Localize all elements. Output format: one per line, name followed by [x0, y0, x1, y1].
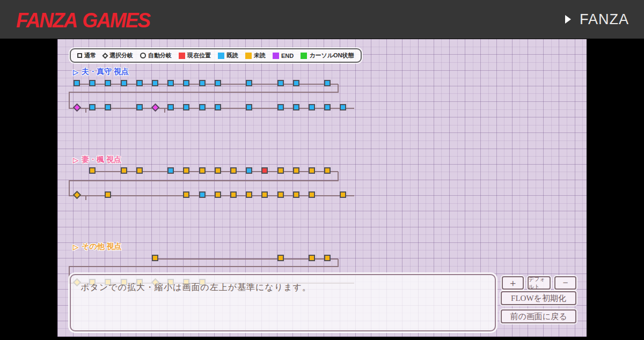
flow-node-unread[interactable] [277, 167, 284, 174]
section-label-text: その他 視点 [82, 242, 122, 252]
site-header: FANZAGAMES FANZA [0, 0, 644, 39]
zoom-default-button[interactable]: デフォルト [528, 276, 551, 290]
connector-line [85, 108, 86, 113]
flow-node-read[interactable] [340, 104, 346, 110]
flow-node-unread[interactable] [293, 167, 299, 174]
end-icon [273, 53, 279, 59]
flow-node-read[interactable] [121, 80, 127, 86]
flowchart-screen: 通常選択分岐自動分岐現在位置既読未読ENDカーソルON状態 ▷夫・真守 視点▷妻… [57, 39, 587, 337]
flow-node-read[interactable] [136, 80, 143, 86]
connector-line [69, 266, 339, 267]
back-button[interactable]: 前の画面に戻る [501, 309, 576, 323]
connector-line [338, 84, 339, 92]
flow-node-read[interactable] [167, 80, 174, 86]
flow-node-read[interactable] [246, 167, 252, 174]
flow-node-unread-branch[interactable] [72, 190, 81, 199]
flow-node-unread[interactable] [215, 167, 221, 174]
header-right-group[interactable]: FANZA [565, 0, 629, 39]
zoom-in-button[interactable]: ＋ [502, 276, 524, 290]
header-fanza-label: FANZA [580, 11, 629, 28]
flow-node-read[interactable] [167, 104, 174, 110]
section-label-others: ▷その他 視点 [73, 242, 122, 252]
flow-node-read[interactable] [324, 104, 331, 110]
flow-node-unread[interactable] [309, 255, 315, 261]
flow-node-choice_read-branch[interactable] [151, 103, 159, 112]
flow-node-unread[interactable] [183, 167, 189, 174]
flow-node-current[interactable] [261, 167, 268, 174]
legend-label: 未読 [254, 51, 266, 60]
flow-node-read[interactable] [293, 104, 299, 110]
flow-node-read[interactable] [167, 167, 174, 174]
flow-node-read[interactable] [199, 80, 206, 86]
flow-node-read[interactable] [199, 104, 206, 110]
flow-node-read[interactable] [199, 191, 206, 198]
fanza-games-logo[interactable]: FANZAGAMES [16, 9, 150, 32]
section-triangle-icon: ▷ [73, 156, 78, 164]
connector-line [69, 181, 70, 196]
connector-line [69, 92, 70, 108]
flow-node-unread[interactable] [277, 191, 284, 198]
square-outline-icon [77, 53, 82, 58]
flow-node-choice_read-branch[interactable] [72, 103, 81, 112]
section-triangle-icon: ▷ [73, 243, 78, 251]
logo-text-fanza: FANZA [16, 9, 77, 32]
flow-node-read[interactable] [324, 80, 331, 86]
flow-node-read[interactable] [152, 80, 158, 86]
flow-node-read[interactable] [105, 104, 111, 110]
flow-node-unread[interactable] [199, 167, 206, 174]
flow-node-unread[interactable] [261, 191, 268, 198]
section-label-text: 妻・楓 視点 [82, 155, 121, 165]
circle-outline-icon [140, 53, 146, 58]
zoom-out-button[interactable]: − [554, 276, 576, 290]
flow-node-unread[interactable] [215, 191, 221, 198]
flow-node-read[interactable] [183, 104, 189, 110]
current-icon [179, 53, 185, 59]
connector-line [338, 172, 339, 181]
flow-node-unread[interactable] [309, 191, 315, 198]
legend-item-6: END [273, 53, 294, 59]
connector-line [85, 196, 86, 200]
flow-node-unread[interactable] [121, 167, 127, 174]
flow-node-unread[interactable] [230, 167, 237, 174]
flow-node-read[interactable] [246, 80, 252, 86]
legend-label: 既読 [226, 51, 238, 60]
unread-icon [245, 53, 252, 59]
flow-node-unread[interactable] [105, 191, 111, 198]
flow-node-read[interactable] [277, 104, 284, 110]
flow-node-read[interactable] [277, 80, 284, 86]
flow-node-read[interactable] [293, 80, 299, 86]
flow-node-read[interactable] [309, 104, 315, 110]
flow-node-unread[interactable] [277, 255, 284, 261]
flow-node-read[interactable] [89, 80, 96, 86]
play-arrow-icon [565, 15, 571, 24]
legend-label: 自動分岐 [148, 51, 172, 60]
flow-node-unread[interactable] [340, 191, 346, 198]
flow-node-unread[interactable] [246, 191, 252, 198]
flow-node-read[interactable] [246, 104, 252, 110]
legend-item-3: 現在位置 [179, 51, 211, 60]
flow-node-read[interactable] [183, 80, 189, 86]
connector-line [69, 92, 339, 93]
flow-node-unread[interactable] [309, 167, 315, 174]
flow-node-read[interactable] [215, 104, 221, 110]
legend-label: カーソルON状態 [309, 51, 354, 60]
flow-node-unread[interactable] [183, 191, 189, 198]
message-text: ボタンでの拡大・縮小は画面の左上が基準になります。 [80, 282, 485, 293]
flow-node-read[interactable] [74, 80, 80, 86]
flow-node-read[interactable] [136, 104, 143, 110]
flow-reset-button[interactable]: FLOWを初期化 [501, 291, 576, 305]
flow-node-unread[interactable] [324, 255, 331, 261]
flow-node-unread[interactable] [152, 255, 158, 261]
flow-node-unread[interactable] [136, 167, 143, 174]
flow-node-read[interactable] [105, 80, 111, 86]
logo-text-games: GAMES [82, 9, 150, 32]
flow-node-unread[interactable] [324, 167, 331, 174]
legend-label: 現在位置 [187, 51, 211, 60]
section-label-husband-masamori: ▷夫・真守 視点 [73, 67, 129, 77]
flow-node-read[interactable] [89, 104, 96, 110]
flow-node-unread[interactable] [230, 191, 237, 198]
flow-node-unread[interactable] [293, 191, 299, 198]
flow-node-read[interactable] [215, 80, 221, 86]
flow-node-unread[interactable] [89, 167, 96, 174]
section-triangle-icon: ▷ [73, 68, 78, 76]
